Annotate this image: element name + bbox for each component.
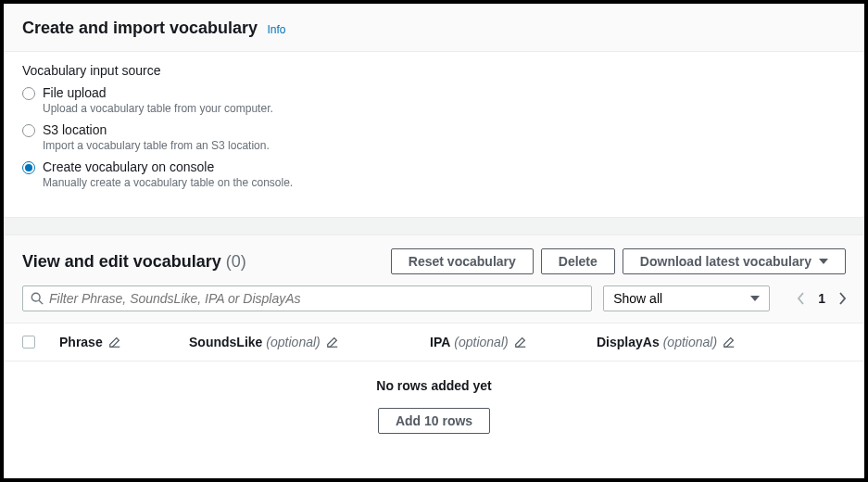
- radio-label: File upload: [43, 85, 107, 100]
- radio-desc: Manually create a vocabulary table on th…: [43, 176, 846, 189]
- filter-input[interactable]: [49, 291, 584, 306]
- radio-label: Create vocabulary on console: [43, 159, 214, 174]
- chevron-left-icon: [798, 292, 805, 305]
- delete-button[interactable]: Delete: [541, 248, 615, 274]
- table-actions: Reset vocabulary Delete Download latest …: [391, 248, 846, 274]
- col-ipa[interactable]: IPA (optional): [430, 335, 597, 349]
- table-title: View and edit vocabulary: [22, 252, 221, 271]
- col-phrase[interactable]: Phrase: [59, 335, 189, 349]
- table-panel: View and edit vocabulary (0) Reset vocab…: [4, 235, 864, 456]
- page-title: Create and import vocabulary: [22, 19, 258, 37]
- radio-create-on-console[interactable]: Create vocabulary on console: [22, 159, 846, 174]
- radio-icon: [22, 124, 35, 137]
- page-number: 1: [818, 291, 825, 306]
- add-rows-button[interactable]: Add 10 rows: [378, 408, 490, 434]
- radio-icon: [22, 87, 35, 100]
- table-column-header: Phrase SoundsLike (optional) IPA (option…: [4, 323, 864, 362]
- info-link[interactable]: Info: [268, 23, 286, 36]
- reset-vocabulary-button[interactable]: Reset vocabulary: [391, 248, 534, 274]
- show-all-select[interactable]: Show all: [603, 285, 770, 311]
- radio-file-upload[interactable]: File upload: [22, 85, 846, 100]
- next-page-button[interactable]: [838, 292, 846, 305]
- prev-page-button[interactable]: [798, 292, 805, 305]
- select-all-checkbox[interactable]: [22, 336, 35, 349]
- panel-header: Create and import vocabulary Info: [4, 4, 864, 52]
- svg-point-0: [31, 293, 40, 301]
- search-icon: [31, 292, 44, 305]
- radio-icon: [22, 161, 35, 174]
- panel-divider: [4, 217, 864, 235]
- caret-down-icon: [819, 259, 828, 264]
- download-vocabulary-button[interactable]: Download latest vocabulary: [623, 248, 846, 274]
- edit-icon: [108, 336, 121, 349]
- edit-icon: [723, 336, 736, 349]
- radio-desc: Import a vocabulary table from an S3 loc…: [43, 139, 846, 152]
- svg-line-1: [39, 300, 43, 304]
- input-source-section: Vocabulary input source File upload Uplo…: [4, 52, 864, 217]
- app-window: Create and import vocabulary Info Vocabu…: [4, 4, 864, 478]
- filter-row: Show all 1: [4, 285, 864, 323]
- table-count: (0): [226, 252, 246, 271]
- edit-icon: [326, 336, 339, 349]
- caret-down-icon: [750, 296, 760, 301]
- empty-state: No rows added yet Add 10 rows: [4, 362, 864, 456]
- radio-s3-location[interactable]: S3 location: [22, 122, 846, 137]
- radio-label: S3 location: [43, 122, 107, 137]
- table-title-row: View and edit vocabulary (0): [22, 252, 246, 272]
- empty-message: No rows added yet: [4, 378, 864, 393]
- col-soundslike[interactable]: SoundsLike (optional): [189, 335, 430, 349]
- table-header: View and edit vocabulary (0) Reset vocab…: [4, 235, 864, 285]
- select-value: Show all: [613, 291, 662, 306]
- pagination: 1: [781, 291, 846, 306]
- select-all-cell: [22, 336, 59, 349]
- col-displayas[interactable]: DisplayAs (optional): [597, 335, 846, 349]
- filter-input-wrap[interactable]: [22, 285, 592, 311]
- input-source-label: Vocabulary input source: [22, 63, 846, 78]
- edit-icon: [514, 336, 527, 349]
- chevron-right-icon: [838, 292, 846, 305]
- radio-desc: Upload a vocabulary table from your comp…: [43, 102, 846, 115]
- create-panel: Create and import vocabulary Info Vocabu…: [4, 4, 864, 217]
